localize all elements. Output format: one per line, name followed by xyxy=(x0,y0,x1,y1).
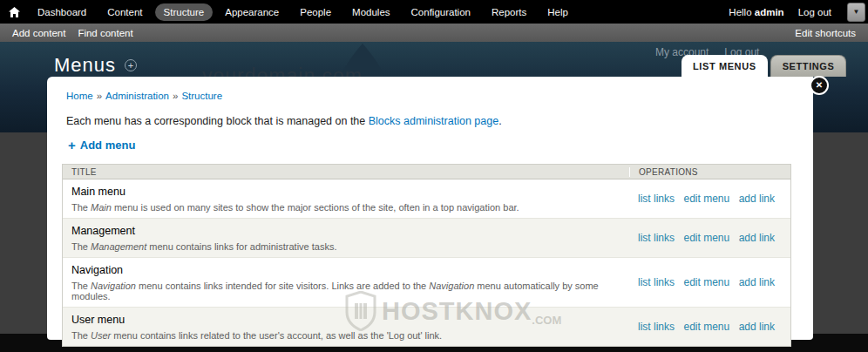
toolbar-item-reports[interactable]: Reports xyxy=(483,3,535,21)
breadcrumb-link-administration[interactable]: Administration xyxy=(105,91,169,101)
menu-row-main: Main menuThe Main menu is used on many s… xyxy=(63,179,629,218)
edit-menu-link[interactable]: edit menu xyxy=(683,232,729,244)
logout-link[interactable]: Log out xyxy=(798,7,831,17)
table-row: Main menuThe Main menu is used on many s… xyxy=(63,179,790,219)
menus-table: TITLE OPERATIONS Main menuThe Main menu … xyxy=(62,164,791,347)
menu-title: Main menu xyxy=(71,186,620,198)
edit-menu-link[interactable]: edit menu xyxy=(683,193,729,205)
add-link-link[interactable]: add link xyxy=(739,276,775,288)
toolbar-item-people[interactable]: People xyxy=(291,3,340,21)
menu-row-main: ManagementThe Management menu contains l… xyxy=(63,219,629,257)
breadcrumb-link-structure[interactable]: Structure xyxy=(181,91,222,101)
tab-settings[interactable]: SETTINGS xyxy=(770,55,847,77)
list-links-link[interactable]: list links xyxy=(638,232,675,244)
add-link-link[interactable]: add link xyxy=(739,321,775,333)
toolbar-item-appearance[interactable]: Appearance xyxy=(216,3,288,21)
toolbar-item-configuration[interactable]: Configuration xyxy=(403,3,479,21)
table-row: ManagementThe Management menu contains l… xyxy=(63,219,790,258)
breadcrumb-link-home[interactable]: Home xyxy=(66,91,93,101)
shortcut-find-content[interactable]: Find content xyxy=(78,28,132,38)
toolbar-item-dashboard[interactable]: Dashboard xyxy=(29,3,95,21)
chevron-down-icon: ▼ xyxy=(853,9,860,16)
menu-row-main: User menuThe User menu contains links re… xyxy=(63,308,629,346)
menu-row-main: NavigationThe Navigation menu contains l… xyxy=(63,258,629,307)
breadcrumb: Home»Administration»Structure xyxy=(66,91,222,101)
column-header-operations: OPERATIONS xyxy=(629,167,790,177)
greeting-text: Hello admin xyxy=(729,7,783,17)
menu-operations: list linksedit menuadd link xyxy=(629,219,790,257)
close-overlay-button[interactable]: ✕ xyxy=(810,76,829,95)
menu-description: The Navigation menu contains links inten… xyxy=(71,281,620,301)
intro-text: Each menu has a corresponding block that… xyxy=(66,115,502,127)
home-icon[interactable] xyxy=(9,7,20,17)
tab-list-menus[interactable]: LIST MENUS xyxy=(682,55,768,77)
list-links-link[interactable]: list links xyxy=(638,321,675,333)
add-circle-icon[interactable]: + xyxy=(125,59,137,71)
plus-icon: + xyxy=(68,139,76,152)
edit-shortcuts-link[interactable]: Edit shortcuts xyxy=(795,28,856,38)
breadcrumb-separator: » xyxy=(97,91,102,101)
menu-operations: list linksedit menuadd link xyxy=(629,258,790,307)
toolbar-item-help[interactable]: Help xyxy=(539,3,577,21)
toolbar-item-modules[interactable]: Modules xyxy=(343,3,398,21)
page-title: Menus xyxy=(54,54,116,77)
list-links-link[interactable]: list links xyxy=(638,276,675,288)
table-header-row: TITLE OPERATIONS xyxy=(63,165,790,179)
close-icon: ✕ xyxy=(816,80,823,90)
breadcrumb-separator: » xyxy=(173,91,178,101)
overlay-panel: Home»Administration»Structure Each menu … xyxy=(47,77,813,340)
toolbar-item-structure[interactable]: Structure xyxy=(155,3,214,21)
menu-description: The Management menu contains links for a… xyxy=(71,241,620,252)
column-header-title: TITLE xyxy=(63,167,629,177)
toolbar-item-content[interactable]: Content xyxy=(98,3,151,21)
username: admin xyxy=(755,7,784,17)
menu-operations: list linksedit menuadd link xyxy=(629,308,790,346)
intro-before: Each menu has a corresponding block that… xyxy=(66,115,369,127)
add-link-link[interactable]: add link xyxy=(739,193,775,205)
menu-operations: list linksedit menuadd link xyxy=(629,179,790,218)
menu-title: Management xyxy=(71,225,620,237)
intro-after: . xyxy=(498,115,501,127)
table-row: User menuThe User menu contains links re… xyxy=(63,308,790,346)
add-link-link[interactable]: add link xyxy=(739,232,775,244)
menu-description: The Main menu is used on many sites to s… xyxy=(71,202,620,213)
toolbar-toggle-button[interactable]: ▼ xyxy=(847,3,865,22)
edit-menu-link[interactable]: edit menu xyxy=(683,276,729,288)
toolbar-menu: DashboardContentStructureAppearancePeopl… xyxy=(27,3,579,21)
admin-toolbar: DashboardContentStructureAppearancePeopl… xyxy=(0,0,868,24)
toolbar-right: Hello admin Log out ▼ xyxy=(729,3,868,22)
menu-title: User menu xyxy=(71,314,620,326)
add-menu-action[interactable]: + Add menu xyxy=(68,139,135,152)
edit-menu-link[interactable]: edit menu xyxy=(683,321,729,333)
menu-title: Navigation xyxy=(71,264,620,276)
menu-table-body: Main menuThe Main menu is used on many s… xyxy=(63,179,790,346)
shortcuts-bar: Add content Find content Edit shortcuts xyxy=(0,24,868,42)
list-links-link[interactable]: list links xyxy=(638,193,675,205)
add-menu-link[interactable]: Add menu xyxy=(80,139,136,152)
menu-description: The User menu contains links related to … xyxy=(71,330,620,341)
table-row: NavigationThe Navigation menu contains l… xyxy=(63,258,790,308)
blocks-admin-page-link[interactable]: Blocks administration page xyxy=(369,115,498,127)
shortcut-add-content[interactable]: Add content xyxy=(12,28,65,38)
overlay-tabs: LIST MENUS SETTINGS xyxy=(682,55,849,77)
